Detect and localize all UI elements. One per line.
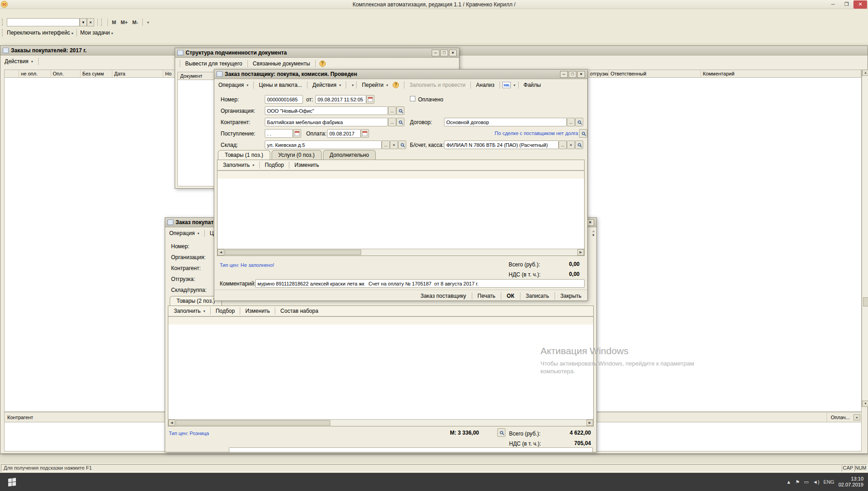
calendar-button[interactable] (366, 95, 374, 104)
prices-currency-button[interactable]: Цены и валюта... (257, 81, 304, 89)
tab-goods-1[interactable]: Товары (1 поз.) (218, 150, 270, 160)
col-header-otvetstvennyj[interactable]: Ответственный (609, 70, 701, 77)
xml-exchange-icon[interactable]: XML (503, 81, 511, 89)
col-header-bez-summ[interactable]: Без сумм (81, 70, 112, 77)
debt-link[interactable]: По сделке с поставщиком нет долга (495, 130, 578, 136)
dropdown-icon[interactable]: ▾ (592, 233, 595, 237)
supplier-order-menu-button[interactable]: Заказ поставщику (418, 292, 468, 300)
minimize-button[interactable]: ─ (826, 0, 840, 9)
scroll-thumb[interactable] (225, 250, 361, 255)
scroll-up-icon[interactable]: ▲ (862, 70, 868, 76)
calendar-button[interactable] (293, 129, 301, 138)
search-dropdown-icon[interactable]: ▼ (80, 18, 87, 26)
select-button[interactable]: ... (388, 106, 396, 115)
minimize-button[interactable]: ─ (560, 71, 568, 78)
change-button[interactable]: Изменить (292, 161, 321, 169)
col-header-otgruzki[interactable]: отгрузки (588, 70, 609, 77)
actions-button[interactable]: Действия▾ (2, 58, 35, 65)
help-icon[interactable]: ? (392, 81, 400, 89)
counterparty-col-header[interactable]: Контрагент (5, 415, 36, 420)
related-documents-button[interactable]: Связанные документы (251, 60, 313, 67)
scroll-right-icon[interactable]: ▶ (586, 420, 593, 426)
close-button[interactable]: × (449, 50, 457, 56)
pick-button[interactable]: Подбор (213, 307, 237, 315)
select-button[interactable]: ... (382, 140, 390, 149)
scroll-left-icon[interactable]: ◀ (217, 249, 224, 256)
warehouse-field[interactable]: ул. Киевская д.5 (265, 140, 382, 149)
print-button[interactable]: Печать (475, 292, 498, 300)
bank-account-field[interactable]: ФИЛИАЛ N 7806 ВТБ 24 (ПАО) (Расчетный) (444, 140, 559, 149)
start-button[interactable] (0, 473, 24, 491)
select-button[interactable]: ... (567, 118, 575, 126)
select-button[interactable]: ... (388, 118, 396, 126)
scroll-down-icon[interactable]: ▼ (862, 401, 868, 407)
receipt-field[interactable]: . . (265, 129, 293, 138)
action-center-icon[interactable]: ▭ (804, 479, 808, 485)
my-tasks-button[interactable]: Мои задачи▾ (80, 30, 113, 36)
language-indicator[interactable]: ENG (823, 479, 834, 485)
files-button[interactable]: Файлы (521, 81, 543, 89)
scroll-right-icon[interactable]: ▶ (577, 249, 584, 256)
scroll-up-icon[interactable]: ▲ (853, 414, 860, 421)
number-field[interactable]: 00000001685 (265, 95, 303, 104)
calendar-button[interactable] (361, 129, 369, 138)
organization-field[interactable]: ООО "Новый-Офис" (265, 106, 388, 115)
operation-button[interactable]: Операция▾ (167, 230, 202, 237)
change-button[interactable]: Изменить (243, 307, 272, 315)
magnifier-button[interactable] (575, 118, 583, 126)
col-header-opl[interactable]: Опл. (51, 70, 81, 77)
network-icon[interactable]: ⚑ (795, 479, 800, 485)
switch-interface-button[interactable]: Переключить интерфейс▾ (7, 30, 73, 36)
analysis-button[interactable]: Анализ (474, 81, 497, 89)
clear-button[interactable]: × (567, 140, 575, 149)
datetime-field[interactable]: 09.08.2017 11:52:05 (315, 95, 366, 104)
clock[interactable]: 13:10 02.07.2019 (838, 476, 863, 488)
show-for-current-button[interactable]: Вывести для текущего (183, 60, 245, 67)
clear-button[interactable]: × (390, 140, 398, 149)
magnifier-button[interactable] (497, 428, 505, 437)
search-clear-icon[interactable]: ✕ (87, 18, 94, 26)
magnifier-button[interactable] (579, 129, 587, 138)
comment-field[interactable] (229, 447, 593, 452)
memory-m-button[interactable]: M (110, 20, 118, 25)
paid-col-header[interactable]: Оплач... (827, 412, 853, 422)
col-header-ne-opl[interactable]: не опл. (19, 70, 51, 77)
close-button[interactable]: Закрыть (558, 292, 584, 300)
counterparty-field[interactable]: Балтийская мебельная фабрика (265, 118, 388, 126)
goto-button[interactable]: Перейти▾ (359, 81, 390, 89)
contract-field[interactable]: Основной договор (444, 118, 567, 126)
magnifier-button[interactable] (575, 140, 583, 149)
memory-mminus-button[interactable]: M- (131, 20, 140, 25)
volume-icon[interactable]: ◄) (813, 479, 820, 485)
price-type-link[interactable]: Тип цен: Не заполнено! (220, 262, 274, 268)
quick-search-input[interactable] (7, 18, 80, 26)
magnifier-button[interactable] (396, 118, 404, 126)
tab-services[interactable]: Услуги (0 поз.) (272, 150, 322, 160)
maximize-button[interactable]: □ (440, 50, 448, 56)
tray-expand-icon[interactable]: ▲ (786, 479, 791, 485)
col-header-kommentarij[interactable]: Комментарий (701, 70, 861, 77)
pick-button[interactable]: Подбор (262, 161, 286, 169)
scroll-thumb[interactable] (176, 420, 330, 426)
minimize-button[interactable]: ─ (432, 50, 439, 56)
actions-button[interactable]: Действия▾ (310, 81, 343, 89)
h-scrollbar[interactable]: ◀ ▶ (217, 249, 584, 256)
help-icon[interactable]: ? (318, 60, 327, 68)
col-header[interactable] (5, 70, 19, 77)
close-button[interactable]: ✕ (853, 0, 867, 9)
tab-additional[interactable]: Дополнительно (323, 150, 376, 160)
col-header-data[interactable]: Дата (112, 70, 163, 77)
scroll-thumb[interactable] (863, 297, 868, 306)
scroll-left-icon[interactable]: ◀ (168, 420, 175, 426)
maximize-button[interactable]: ❐ (840, 0, 853, 9)
supplier-order-titlebar[interactable]: Заказ поставщику: покупка, комиссия. Про… (214, 70, 587, 79)
magnifier-button[interactable] (396, 106, 404, 115)
memory-mplus-button[interactable]: M+ (119, 20, 130, 25)
write-button[interactable]: Записать (524, 292, 551, 300)
fill-and-post-button[interactable]: Заполнить и провести (407, 81, 468, 89)
select-button[interactable]: ... (559, 140, 567, 149)
set-contents-button[interactable]: Состав набора (278, 307, 320, 315)
comment-field[interactable]: мурино 891112818622 алексей краски лета … (255, 279, 585, 288)
h-scrollbar[interactable]: ◀ ▶ (168, 419, 593, 426)
operation-button[interactable]: Операция▾ (216, 81, 251, 89)
